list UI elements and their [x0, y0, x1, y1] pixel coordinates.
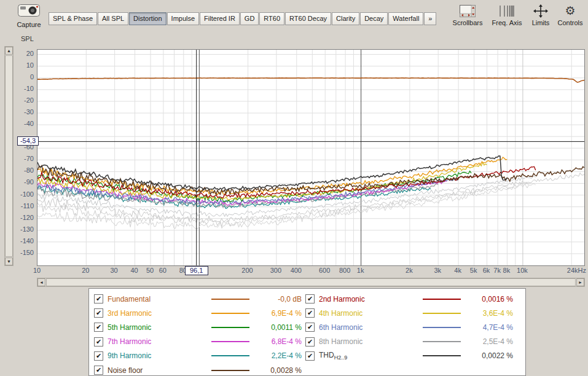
capture-icon: [17, 9, 41, 20]
tab-distortion[interactable]: Distortion: [129, 12, 166, 25]
tab-impulse[interactable]: Impulse: [167, 12, 200, 25]
scroll-left-button[interactable]: ◄: [37, 278, 45, 286]
x-tick-10k: 10k: [510, 267, 535, 274]
cursor-level-readout: -54,3: [17, 136, 39, 146]
legend-row-fundamental: ✔Fundamental-0,0 dB: [94, 292, 303, 306]
gear-icon: ⚙: [555, 4, 586, 18]
tab-gd[interactable]: GD: [240, 12, 259, 25]
legend-value-8th-harmonic: 2,5E-4 %: [472, 337, 513, 346]
tab-decay[interactable]: Decay: [360, 12, 388, 25]
x-tick-20: 20: [73, 267, 98, 274]
tab-[interactable]: »: [424, 12, 436, 25]
legend-label-noise-floor: Noise floor: [108, 366, 200, 375]
legend-label-6th-harmonic: 6th Harmonic: [319, 323, 411, 332]
legend-row-noise-floor: ✔Noise floor0,0028 %: [94, 363, 303, 376]
legend-line-sample-2nd-harmonic: [423, 299, 461, 300]
tab-spl-phase[interactable]: SPL & Phase: [49, 12, 97, 25]
legend-row-9th-harmonic: ✔9th Harmonic2,2E-4 %: [94, 349, 303, 363]
scrollbars-label: Scrollbars: [448, 19, 487, 26]
x-tick-200: 200: [235, 267, 260, 274]
x-tick-24khz: 24kHz: [558, 267, 586, 274]
legend-line-sample-6th-harmonic: [423, 327, 461, 328]
legend-label-4th-harmonic: 4th Harmonic: [319, 309, 411, 318]
vertical-scrollbar[interactable]: ▲ ▼: [4, 46, 14, 266]
legend-line-sample-8th-harmonic: [423, 341, 461, 342]
legend-line-sample-thd: [423, 355, 461, 356]
legend-value-4th-harmonic: 3,6E-4 %: [472, 309, 513, 318]
legend-label-9th-harmonic: 9th Harmonic: [108, 351, 200, 360]
tab-rt60-decay[interactable]: RT60 Decay: [285, 12, 331, 25]
scroll-up-button[interactable]: ▲: [5, 47, 13, 55]
legend-row-6th-harmonic: ✔6th Harmonic4,7E-4 %: [305, 320, 519, 334]
freq-axis-button[interactable]: Freq. Axis: [490, 4, 524, 26]
legend-line-sample-3rd-harmonic: [211, 313, 249, 314]
legend-checkbox-5th-harmonic[interactable]: ✔: [94, 323, 103, 332]
legend-row-8th-harmonic: ✔8th Harmonic2,5E-4 %: [305, 335, 519, 349]
capture-label: Capture: [14, 21, 44, 28]
legend-value-6th-harmonic: 4,7E-4 %: [472, 323, 513, 332]
graph-tab-strip: SPL & PhaseAll SPLDistortionImpulseFilte…: [49, 12, 437, 25]
legend-label-3rd-harmonic: 3rd Harmonic: [108, 309, 200, 318]
legend-value-7th-harmonic: 6,8E-4 %: [261, 337, 302, 346]
limits-icon: [528, 4, 554, 18]
legend-row-thd: ✔THDH2..90,0022 %: [305, 349, 519, 363]
legend-label-fundamental: Fundamental: [108, 295, 200, 304]
capture-button[interactable]: Capture: [14, 3, 44, 28]
freq-axis-icon: [490, 4, 524, 18]
legend-checkbox-2nd-harmonic[interactable]: ✔: [305, 294, 315, 304]
tab-filtered-ir[interactable]: Filtered IR: [200, 12, 240, 25]
legend-line-sample-7th-harmonic: [211, 341, 249, 342]
x-tick-400: 400: [284, 267, 308, 274]
legend-value-noise-floor: 0,0028 %: [261, 366, 302, 375]
limits-label: Limits: [528, 19, 554, 26]
legend-checkbox-7th-harmonic[interactable]: ✔: [94, 337, 103, 347]
legend-label-thd: THDH2..9: [319, 351, 411, 361]
legend-label-subscript: H2..9: [334, 355, 348, 361]
legend-row-4th-harmonic: ✔4th Harmonic3,6E-4 %: [305, 306, 519, 320]
tab-waterfall[interactable]: Waterfall: [388, 12, 423, 25]
legend-row-7th-harmonic: ✔7th Harmonic6,8E-4 %: [94, 335, 303, 349]
legend-value-5th-harmonic: 0,0011 %: [261, 323, 302, 332]
scrollbars-button[interactable]: Scrollbars: [448, 4, 487, 26]
vertical-scroll-thumb[interactable]: [5, 55, 13, 257]
legend-label-8th-harmonic: 8th Harmonic: [319, 337, 411, 346]
horizontal-scrollbar[interactable]: ◄ ►: [37, 278, 585, 287]
legend-value-2nd-harmonic: 0,0016 %: [472, 295, 513, 304]
limits-button[interactable]: Limits: [528, 4, 554, 26]
legend-row-3rd-harmonic: ✔3rd Harmonic6,9E-4 %: [94, 306, 303, 320]
legend-line-sample-noise-floor: [211, 370, 249, 371]
scroll-right-button[interactable]: ►: [576, 278, 584, 286]
tab-rt60[interactable]: RT60: [259, 12, 284, 25]
legend-label-2nd-harmonic: 2nd Harmonic: [319, 295, 411, 304]
trace-fundamental: [37, 78, 584, 82]
controls-label: Controls: [555, 19, 586, 26]
x-tick-2k: 2k: [397, 267, 421, 274]
trace-thd: [37, 156, 507, 190]
legend-value-fundamental: -0,0 dB: [261, 295, 302, 304]
legend-panel: ✔Fundamental-0,0 dB✔3rd Harmonic6,9E-4 %…: [88, 288, 526, 376]
cursor-freq-readout: 96,1: [185, 266, 208, 275]
legend-checkbox-6th-harmonic[interactable]: ✔: [305, 323, 315, 332]
freq-axis-label: Freq. Axis: [490, 19, 524, 26]
legend-checkbox-fundamental[interactable]: ✔: [94, 294, 103, 304]
horizontal-scroll-thumb[interactable]: [46, 278, 576, 286]
legend-row-2nd-harmonic: ✔2nd Harmonic0,0016 %: [305, 292, 519, 306]
tab-all-spl[interactable]: All SPL: [98, 12, 128, 25]
legend-checkbox-noise-floor[interactable]: ✔: [94, 366, 103, 375]
legend-checkbox-8th-harmonic[interactable]: ✔: [305, 337, 315, 347]
controls-button[interactable]: ⚙ Controls: [555, 4, 586, 26]
legend-checkbox-9th-harmonic[interactable]: ✔: [94, 351, 103, 361]
distortion-plot[interactable]: [37, 49, 585, 266]
legend-row-5th-harmonic: ✔5th Harmonic0,0011 %: [94, 320, 303, 334]
legend-label-7th-harmonic: 7th Harmonic: [108, 337, 200, 346]
legend-line-sample-4th-harmonic: [423, 313, 461, 314]
legend-checkbox-4th-harmonic[interactable]: ✔: [305, 308, 315, 318]
legend-value-9th-harmonic: 2,2E-4 %: [261, 351, 302, 360]
scroll-down-button[interactable]: ▼: [5, 257, 13, 265]
legend-checkbox-thd[interactable]: ✔: [305, 351, 315, 361]
trace-residual-d: [37, 184, 536, 229]
legend-line-sample-9th-harmonic: [211, 355, 249, 356]
x-tick-10: 10: [25, 267, 49, 274]
legend-checkbox-3rd-harmonic[interactable]: ✔: [94, 308, 103, 318]
tab-clarity[interactable]: Clarity: [332, 12, 359, 25]
